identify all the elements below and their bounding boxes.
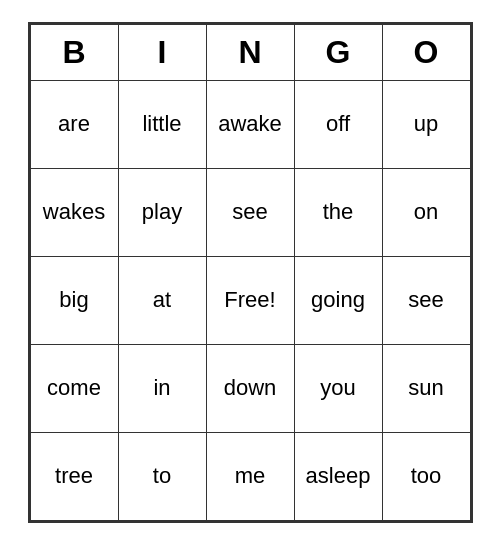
cell-r2c2: play [118, 168, 206, 256]
table-row: wakes play see the on [30, 168, 470, 256]
cell-r1c1: are [30, 80, 118, 168]
header-i: I [118, 24, 206, 80]
cell-r5c5: too [382, 432, 470, 520]
cell-r4c1: come [30, 344, 118, 432]
cell-r2c5: on [382, 168, 470, 256]
cell-r1c3: awake [206, 80, 294, 168]
cell-r1c5: up [382, 80, 470, 168]
header-b: B [30, 24, 118, 80]
table-row: come in down you sun [30, 344, 470, 432]
cell-r1c2: little [118, 80, 206, 168]
table-row: tree to me asleep too [30, 432, 470, 520]
cell-r5c3: me [206, 432, 294, 520]
cell-r4c3: down [206, 344, 294, 432]
cell-r1c4: off [294, 80, 382, 168]
cell-r4c5: sun [382, 344, 470, 432]
cell-r5c1: tree [30, 432, 118, 520]
header-n: N [206, 24, 294, 80]
cell-r3c3-free: Free! [206, 256, 294, 344]
cell-r3c5: see [382, 256, 470, 344]
cell-r4c2: in [118, 344, 206, 432]
cell-r5c4: asleep [294, 432, 382, 520]
header-o: O [382, 24, 470, 80]
cell-r5c2: to [118, 432, 206, 520]
cell-r3c2: at [118, 256, 206, 344]
cell-r2c4: the [294, 168, 382, 256]
bingo-card: B I N G O are little awake off up wakes … [28, 22, 473, 523]
table-row: big at Free! going see [30, 256, 470, 344]
header-g: G [294, 24, 382, 80]
cell-r3c1: big [30, 256, 118, 344]
header-row: B I N G O [30, 24, 470, 80]
table-row: are little awake off up [30, 80, 470, 168]
bingo-table: B I N G O are little awake off up wakes … [30, 24, 471, 521]
cell-r2c3: see [206, 168, 294, 256]
cell-r3c4: going [294, 256, 382, 344]
cell-r2c1: wakes [30, 168, 118, 256]
cell-r4c4: you [294, 344, 382, 432]
